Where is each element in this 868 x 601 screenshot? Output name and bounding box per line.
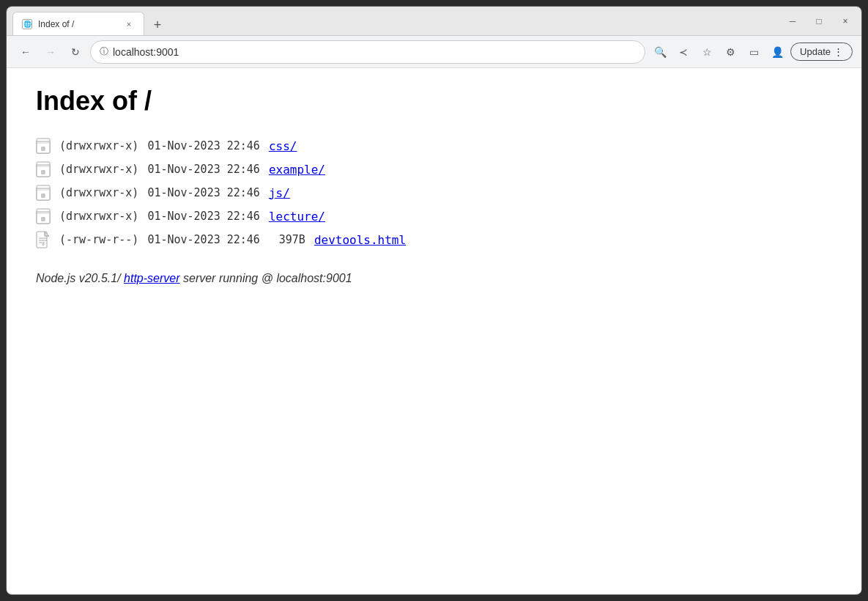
zoom-button[interactable]: 🔍 bbox=[650, 42, 670, 62]
maximize-button[interactable]: □ bbox=[809, 11, 829, 32]
update-button[interactable]: Update ⋮ bbox=[790, 43, 853, 61]
address-bar[interactable]: ⓘ localhost:9001 bbox=[90, 40, 645, 64]
folder-icon: ▤ bbox=[36, 161, 51, 178]
footer-text: Node.js v20.5.1/ http-server server runn… bbox=[36, 272, 832, 285]
file-list: ▤ (drwxrwxr-x)01-Nov-2023 22:46css/ ▤ (d… bbox=[36, 134, 832, 251]
file-permissions: (drwxrwxr-x) bbox=[59, 210, 138, 223]
extension-button[interactable]: ⚙ bbox=[720, 42, 741, 62]
tab-close-button[interactable]: × bbox=[123, 18, 135, 30]
url-text: localhost:9001 bbox=[113, 46, 636, 58]
new-tab-button[interactable]: + bbox=[147, 15, 168, 35]
http-server-link[interactable]: http-server bbox=[124, 272, 179, 284]
file-date: 01-Nov-2023 22:46 bbox=[147, 233, 260, 246]
tab-title: Index of / bbox=[38, 19, 117, 29]
svg-text:▤: ▤ bbox=[42, 169, 45, 175]
back-button[interactable]: ← bbox=[15, 42, 36, 62]
list-item: ▤ (drwxrwxr-x)01-Nov-2023 22:46example/ bbox=[36, 158, 832, 181]
footer-prefix: Node.js v20.5.1/ bbox=[36, 272, 124, 284]
folder-icon: ▤ bbox=[36, 207, 51, 225]
file-icon: ⚙ bbox=[36, 231, 51, 248]
file-permissions: (drwxrwxr-x) bbox=[59, 139, 138, 152]
file-date: 01-Nov-2023 22:46 bbox=[147, 186, 260, 199]
list-item: ⚙ (-rw-rw-r--)01-Nov-2023 22:46397Bdevto… bbox=[36, 228, 832, 251]
svg-text:▤: ▤ bbox=[42, 192, 45, 199]
page-title: Index of / bbox=[36, 86, 832, 117]
cast-button[interactable]: ▭ bbox=[743, 42, 764, 62]
tab-favicon: 🌐 bbox=[22, 19, 32, 29]
footer-suffix: server running @ localhost:9001 bbox=[180, 272, 352, 284]
file-link[interactable]: lecture/ bbox=[269, 210, 325, 224]
list-item: ▤ (drwxrwxr-x)01-Nov-2023 22:46lecture/ bbox=[36, 204, 832, 228]
file-date: 01-Nov-2023 22:46 bbox=[147, 139, 260, 152]
page-content: Index of / ▤ (drwxrwxr-x)01-Nov-2023 22:… bbox=[7, 68, 861, 594]
lock-icon: ⓘ bbox=[100, 45, 108, 58]
file-link[interactable]: devtools.html bbox=[314, 233, 406, 247]
reload-button[interactable]: ↻ bbox=[65, 42, 86, 62]
file-link[interactable]: js/ bbox=[269, 186, 290, 200]
minimize-button[interactable]: ─ bbox=[782, 11, 803, 32]
svg-text:▤: ▤ bbox=[42, 215, 45, 222]
file-date: 01-Nov-2023 22:46 bbox=[147, 210, 260, 223]
file-link[interactable]: css/ bbox=[269, 139, 297, 153]
folder-icon: ▤ bbox=[36, 184, 51, 202]
close-window-button[interactable]: × bbox=[835, 11, 856, 32]
browser-tab[interactable]: 🌐 Index of / × bbox=[12, 12, 144, 35]
list-item: ▤ (drwxrwxr-x)01-Nov-2023 22:46css/ bbox=[36, 134, 832, 158]
file-permissions: (-rw-rw-r--) bbox=[59, 233, 138, 246]
file-size: 397B bbox=[269, 233, 305, 246]
bookmark-button[interactable]: ☆ bbox=[697, 42, 717, 62]
file-permissions: (drwxrwxr-x) bbox=[59, 186, 138, 199]
file-date: 01-Nov-2023 22:46 bbox=[147, 163, 260, 176]
share-button[interactable]: ≺ bbox=[673, 42, 694, 62]
svg-text:⚙: ⚙ bbox=[42, 242, 44, 246]
file-link[interactable]: example/ bbox=[269, 163, 325, 177]
profile-button[interactable]: 👤 bbox=[767, 42, 787, 62]
forward-button[interactable]: → bbox=[40, 42, 61, 62]
folder-icon: ▤ bbox=[36, 137, 51, 155]
svg-text:▤: ▤ bbox=[42, 145, 45, 152]
list-item: ▤ (drwxrwxr-x)01-Nov-2023 22:46js/ bbox=[36, 181, 832, 204]
file-permissions: (drwxrwxr-x) bbox=[59, 163, 138, 176]
